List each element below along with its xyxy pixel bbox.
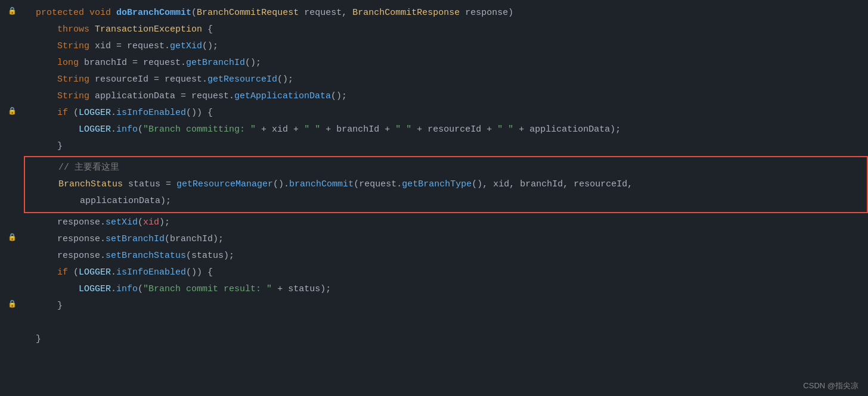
token bbox=[84, 8, 89, 18]
gutter-1: 🔒 bbox=[0, 6, 24, 17]
line-content-9: } bbox=[24, 139, 868, 154]
token: BranchStatus bbox=[58, 179, 123, 189]
token: getApplicationData bbox=[234, 91, 331, 101]
line-content-8: LOGGER.info("Branch committing: " + xid … bbox=[24, 123, 868, 137]
token: BranchCommitResponse bbox=[352, 8, 460, 18]
code-line-2: throws TransactionException { bbox=[0, 21, 868, 38]
token bbox=[89, 24, 95, 35]
code-viewer: 🔒 protected void doBranchCommit(BranchCo… bbox=[0, 0, 868, 396]
code-line-16: if (LOGGER.isInfoEnabled()) { bbox=[0, 264, 868, 281]
token: request, bbox=[299, 8, 352, 18]
token: String bbox=[57, 91, 89, 101]
token: getBranchId bbox=[186, 58, 245, 68]
token: resourceId = request. bbox=[89, 74, 207, 85]
token: ( bbox=[68, 108, 79, 118]
token: isInfoEnabled bbox=[116, 108, 186, 118]
token: getBranchType bbox=[402, 179, 472, 189]
highlighted-line-branchstatus: BranchStatus status = getResourceManager… bbox=[25, 176, 867, 193]
token: BranchCommitRequest bbox=[197, 8, 299, 18]
code-line-14: 🔒 response.setBranchId(branchId); bbox=[0, 231, 868, 248]
token: getResourceId bbox=[207, 74, 277, 85]
code-line-7: 🔒 if (LOGGER.isInfoEnabled()) { bbox=[0, 105, 868, 121]
token: "Branch committing: " bbox=[143, 124, 256, 135]
line-content-17: LOGGER.info("Branch commit result: " + s… bbox=[24, 282, 868, 297]
line-content-14: response.setBranchId(branchId); bbox=[24, 232, 868, 247]
token: + xid + bbox=[256, 124, 304, 135]
token: " " bbox=[497, 124, 513, 135]
token: . bbox=[111, 108, 116, 118]
token: xid = request. bbox=[89, 41, 170, 51]
token: (). bbox=[273, 179, 289, 189]
code-line-8: LOGGER.info("Branch committing: " + xid … bbox=[0, 121, 868, 138]
token: // 主要看这里 bbox=[37, 163, 119, 173]
highlighted-content-continuation: applicationData); bbox=[25, 194, 867, 208]
token: xid bbox=[143, 217, 159, 227]
highlighted-line-comment: // 主要看这里 bbox=[25, 160, 867, 176]
gutter-icon-breakpoint3: 🔒 bbox=[8, 299, 17, 310]
token: throws bbox=[57, 24, 89, 35]
token: getXid bbox=[170, 41, 202, 51]
gutter-18: 🔒 bbox=[0, 299, 24, 310]
line-content-2: throws TransactionException { bbox=[24, 23, 868, 37]
token: String bbox=[57, 41, 89, 51]
code-line-3: String xid = request.getXid(); bbox=[0, 38, 868, 55]
line-content-1: protected void doBranchCommit(BranchComm… bbox=[24, 6, 868, 20]
token: void bbox=[89, 8, 111, 18]
gutter-icon-breakpoint: 🔒 bbox=[8, 106, 17, 117]
token: if bbox=[57, 108, 68, 118]
highlighted-code-block: // 主要看这里 BranchStatus status = getResour… bbox=[24, 156, 868, 213]
token: doBranchCommit bbox=[116, 8, 191, 18]
token: setXid bbox=[106, 217, 138, 227]
token: branchId = request. bbox=[79, 58, 186, 68]
token: setBranchStatus bbox=[106, 251, 186, 261]
token: (request. bbox=[354, 179, 402, 189]
highlighted-content-branchstatus: BranchStatus status = getResourceManager… bbox=[25, 177, 867, 192]
code-line-20: } bbox=[0, 331, 868, 348]
token: (); bbox=[245, 58, 261, 68]
token: response) bbox=[460, 8, 513, 18]
token: isInfoEnabled bbox=[116, 267, 186, 277]
code-line-6: String applicationData = request.getAppl… bbox=[0, 88, 868, 105]
line-content-7: if (LOGGER.isInfoEnabled()) { bbox=[24, 106, 868, 120]
code-line-19 bbox=[0, 314, 868, 331]
highlighted-content-comment: // 主要看这里 bbox=[25, 161, 867, 175]
gutter-14: 🔒 bbox=[0, 232, 24, 244]
token: branchCommit bbox=[289, 179, 354, 189]
line-content-16: if (LOGGER.isInfoEnabled()) { bbox=[24, 266, 868, 280]
gutter-icon-breakpoint2: 🔒 bbox=[8, 232, 17, 244]
line-content-13: response.setXid(xid); bbox=[24, 216, 868, 230]
token: " " bbox=[304, 124, 320, 135]
token: setBranchId bbox=[106, 234, 165, 244]
line-content-18: } bbox=[24, 299, 868, 313]
token: ( bbox=[138, 124, 143, 135]
code-line-9: } bbox=[0, 138, 868, 155]
token: (); bbox=[202, 41, 218, 51]
token: + branchId + bbox=[320, 124, 395, 135]
token: ()) { bbox=[186, 108, 213, 118]
highlighted-line-continuation: applicationData); bbox=[25, 193, 867, 210]
gutter-7: 🔒 bbox=[0, 106, 24, 117]
token: status = bbox=[123, 179, 176, 189]
token: (); bbox=[331, 91, 347, 101]
token: long bbox=[57, 58, 79, 68]
token: applicationData = request. bbox=[89, 91, 234, 101]
token: LOGGER bbox=[79, 108, 111, 118]
token: info bbox=[116, 124, 138, 135]
token: protected bbox=[36, 8, 84, 18]
line-content-15: response.setBranchStatus(status); bbox=[24, 249, 868, 263]
code-line-4: long branchId = request.getBranchId(); bbox=[0, 55, 868, 71]
token: LOGGER bbox=[79, 284, 111, 294]
token: (); bbox=[277, 74, 293, 85]
token: { bbox=[202, 24, 213, 35]
line-content-5: String resourceId = request.getResourceI… bbox=[24, 73, 868, 87]
line-content-20: } bbox=[24, 332, 868, 347]
token: info bbox=[116, 284, 138, 294]
code-line-1: 🔒 protected void doBranchCommit(BranchCo… bbox=[0, 5, 868, 21]
token: TransactionException bbox=[95, 24, 202, 35]
code-line-13: response.setXid(xid); bbox=[0, 214, 868, 231]
code-line-18: 🔒 } bbox=[0, 298, 868, 314]
line-content-6: String applicationData = request.getAppl… bbox=[24, 89, 868, 104]
token: LOGGER bbox=[79, 267, 111, 277]
code-line-15: response.setBranchStatus(status); bbox=[0, 248, 868, 264]
line-content-4: long branchId = request.getBranchId(); bbox=[24, 56, 868, 70]
